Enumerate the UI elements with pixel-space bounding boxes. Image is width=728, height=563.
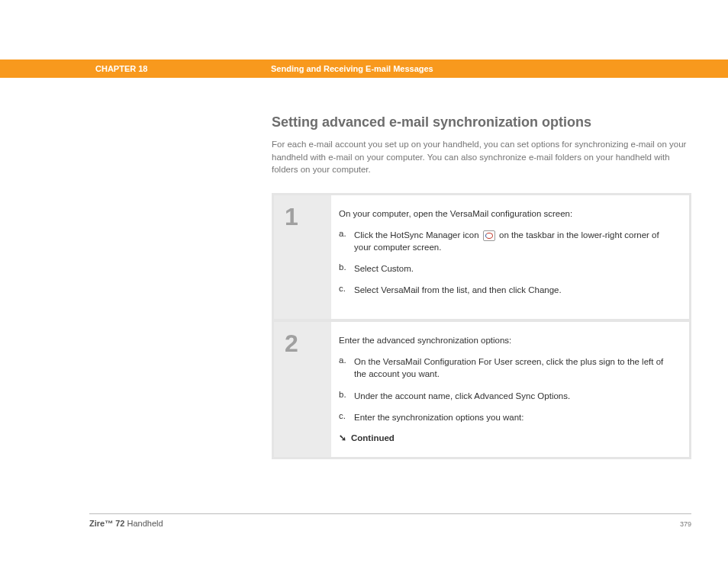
step-body: Enter the advanced synchronization optio… bbox=[331, 322, 689, 456]
product-name-bold: Zire™ 72 bbox=[89, 519, 124, 528]
step-item: a. Click the HotSync Manager icon on the… bbox=[339, 229, 674, 253]
step-item: c. Select VersaMail from the list, and t… bbox=[339, 284, 674, 296]
chapter-title: Sending and Receiving E-mail Messages bbox=[271, 64, 433, 73]
step-intro-text: Enter the advanced synchronization optio… bbox=[339, 336, 674, 345]
step-2: 2 Enter the advanced synchronization opt… bbox=[274, 322, 689, 456]
step-letter: b. bbox=[339, 262, 354, 275]
step-intro-text: On your computer, open the VersaMail con… bbox=[339, 209, 674, 218]
step-number-column: 1 bbox=[274, 195, 331, 319]
steps-container: 1 On your computer, open the VersaMail c… bbox=[272, 193, 691, 459]
step-number: 2 bbox=[285, 331, 331, 355]
step-text: Click the HotSync Manager icon on the ta… bbox=[354, 229, 674, 253]
content-area: Setting advanced e-mail synchronization … bbox=[272, 114, 691, 459]
page-number: 379 bbox=[680, 520, 691, 528]
step-number: 1 bbox=[285, 204, 331, 229]
step-number-column: 2 bbox=[274, 322, 331, 456]
footer-product: Zire™ 72 Handheld bbox=[89, 519, 163, 528]
step-body: On your computer, open the VersaMail con… bbox=[331, 195, 689, 319]
continued-indicator: ➘ Continued bbox=[339, 433, 674, 443]
step-text: Enter the synchronization options you wa… bbox=[354, 411, 674, 423]
section-heading: Setting advanced e-mail synchronization … bbox=[272, 114, 691, 130]
step-item: b. Under the account name, click Advance… bbox=[339, 390, 674, 402]
step-item: a. On the VersaMail Configuration For Us… bbox=[339, 355, 674, 380]
section-intro: For each e-mail account you set up on yo… bbox=[272, 138, 691, 176]
hotsync-icon bbox=[483, 230, 495, 241]
page-footer: Zire™ 72 Handheld 379 bbox=[89, 513, 691, 528]
step-text: Select VersaMail from the list, and then… bbox=[354, 284, 674, 296]
step-item: b. Select Custom. bbox=[339, 262, 674, 275]
step-letter: b. bbox=[339, 390, 354, 402]
step-text: Under the account name, click Advanced S… bbox=[354, 390, 674, 402]
product-name-rest: Handheld bbox=[124, 519, 163, 528]
step-letter: a. bbox=[339, 229, 354, 253]
step-item: c. Enter the synchronization options you… bbox=[339, 411, 674, 423]
step-list: a. On the VersaMail Configuration For Us… bbox=[339, 355, 674, 423]
step-list: a. Click the HotSync Manager icon on the… bbox=[339, 229, 674, 296]
step-letter: a. bbox=[339, 355, 354, 380]
step-letter: c. bbox=[339, 284, 354, 296]
arrow-down-right-icon: ➘ bbox=[339, 433, 346, 443]
step-1: 1 On your computer, open the VersaMail c… bbox=[274, 195, 689, 319]
step-text: On the VersaMail Configuration For User … bbox=[354, 355, 674, 380]
step-letter: c. bbox=[339, 411, 354, 423]
continued-label: Continued bbox=[351, 433, 395, 442]
chapter-number: CHAPTER 18 bbox=[95, 64, 271, 73]
chapter-header: CHAPTER 18 Sending and Receiving E-mail … bbox=[0, 60, 728, 78]
step-text: Select Custom. bbox=[354, 262, 674, 275]
